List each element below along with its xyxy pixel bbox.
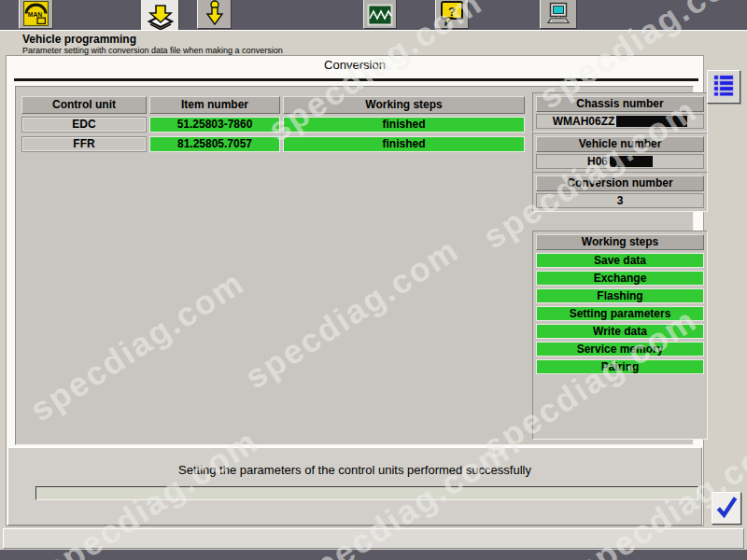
page-title: Vehicle programming [22,33,136,46]
conversion-number-label: Conversion number [536,175,704,191]
diagnosis-plug-button[interactable] [197,0,232,29]
working-steps-label: Working steps [536,234,704,250]
bottom-strip [0,550,747,560]
vehicle-number-label: Vehicle number [536,136,704,152]
conversion-number-value: 3 [536,193,704,208]
toolbar: MAN [0,0,747,30]
redaction-box [616,116,687,127]
diagnosis-plug-icon [204,0,226,26]
details-list-button[interactable] [707,70,740,104]
step-write-data: Write data [536,324,704,339]
man-logo-icon: MAN [23,1,49,26]
vehicle-number-value: H06 [536,154,704,169]
status-message: Setting the parameters of the control un… [7,463,702,477]
help-button[interactable]: ? [435,0,469,29]
heading-rule [14,78,698,81]
status-bar [3,528,744,549]
man-logo-button[interactable]: MAN [19,0,53,29]
item-number-cell: 51.25803-7860 [149,117,280,133]
chassis-number-box: Chassis number WMAH06ZZ [532,92,708,133]
programming-icon [148,5,174,31]
checkmark-icon [714,494,739,524]
chassis-number-value: WMAH06ZZ [536,114,704,129]
page-subtitle: Parameter setting with conversion data f… [22,46,283,55]
table-header-control-unit: Control unit [21,96,147,114]
step-save-data: Save data [536,253,704,268]
step-service-memory: Service memory [536,342,704,357]
control-unit-cell: FFR [21,136,147,152]
step-pairing: Pairing [536,359,704,374]
chassis-number-label: Chassis number [536,96,704,112]
conversion-heading: Conversion [7,58,702,77]
table-header-working-steps: Working steps [283,96,525,114]
system-computer-icon [544,2,572,26]
item-number-cell: 81.25805.7057 [149,136,280,152]
svg-text:?: ? [448,5,456,19]
progress-bar [35,486,698,500]
system-computer-button[interactable] [540,0,577,29]
status-cell: finished [283,136,525,152]
measurement-scope-button[interactable] [363,0,397,29]
step-exchange: Exchange [536,271,704,286]
vehicle-number-box: Vehicle number H06 [532,133,708,173]
programming-button[interactable] [141,0,179,33]
conversion-number-box: Conversion number 3 [532,172,708,212]
control-unit-cell: EDC [21,117,147,133]
list-icon [712,74,735,100]
confirm-button[interactable] [712,492,741,525]
status-cell: finished [283,117,525,133]
svg-text:MAN: MAN [28,11,42,18]
table-header-item-number: Item number [149,96,280,114]
working-steps-box: Working steps Save data Exchange Flashin… [532,231,708,440]
step-flashing: Flashing [536,288,704,303]
measurement-scope-icon [367,4,393,26]
help-icon: ? [440,0,464,26]
redaction-box [610,156,653,167]
step-setting-parameters: Setting parameters [536,306,704,321]
